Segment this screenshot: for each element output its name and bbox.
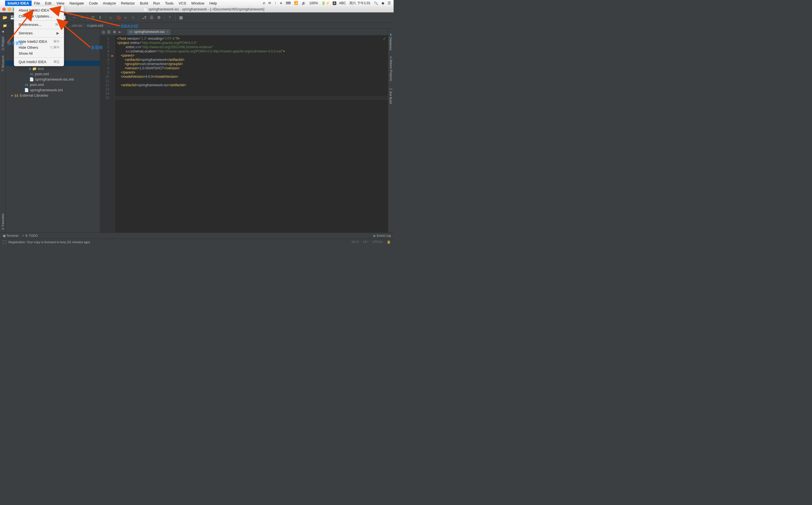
gear-icon[interactable]: ⚙	[113, 30, 116, 34]
tool-todo[interactable]: ✓ 6: TODO	[22, 234, 38, 237]
wifi-icon[interactable]: 📶	[294, 1, 299, 5]
system-tray: ⎚ ⟳ ↑ ∗ ⌨ 📶 🔊 100% 🔋⚡ A ABC 周六 下午1:01 🔍 …	[262, 1, 391, 6]
bc-module-label[interactable]: ...ork-ioc	[70, 24, 82, 28]
left-tool-strip: ◀ 1: Project 7: Structure 2: Favorites	[0, 29, 6, 232]
close-tab-icon[interactable]: ×	[166, 30, 168, 33]
line-separator[interactable]: LF÷	[363, 240, 368, 244]
tree-row[interactable]: 📄springframework-ioc.iml	[6, 77, 100, 82]
coverage-icon[interactable]: ▶	[123, 14, 129, 21]
editor-toolbar: ◎ ☰ ⚙ ⇤ m springframework-ioc ×	[100, 29, 388, 35]
forward-icon[interactable]: →	[79, 14, 85, 21]
tool-favorites[interactable]: 2: Favorites	[1, 212, 5, 231]
menu-separator	[14, 29, 64, 29]
notification-center-icon[interactable]: ☰	[387, 1, 391, 5]
tree-row[interactable]: mpom.xml	[6, 71, 100, 77]
menu-help[interactable]: Help	[207, 1, 220, 6]
intellij-dropdown[interactable]: About IntelliJ IDEA Check for Updates...…	[14, 6, 64, 66]
tool-terminal[interactable]: ▣ Terminal	[3, 234, 18, 237]
settings-icon[interactable]: ⚙	[156, 14, 162, 21]
tree-row[interactable]: 📄springframework.iml	[6, 88, 100, 93]
menu-refactor[interactable]: Refactor	[118, 1, 137, 6]
menu-preferences[interactable]: Preferences...⌘,	[14, 22, 64, 28]
gutter-marks: ▶	[111, 35, 115, 232]
open-icon[interactable]: 📂	[2, 14, 8, 21]
menu-services[interactable]: Services▶	[14, 30, 64, 36]
tool-project[interactable]: 1: Project	[1, 35, 5, 51]
structure-icon[interactable]: ☰	[148, 14, 155, 21]
menu-quit[interactable]: Quit IntelliJ IDEA⌘Q	[14, 59, 64, 65]
bluetooth-icon[interactable]: ∗	[279, 1, 283, 5]
tool-ant[interactable]: 🐜 Ant Build	[388, 85, 393, 106]
input-source[interactable]: ABC	[339, 1, 347, 5]
status-box-icon[interactable]	[3, 240, 6, 244]
menu-vcs[interactable]: VCS	[176, 1, 189, 6]
target-icon[interactable]: ◎	[102, 30, 105, 34]
tool-database[interactable]: ▮ Database	[388, 31, 393, 52]
keyboard-icon[interactable]: ⌨	[285, 1, 291, 5]
menu-tools[interactable]: Tools	[162, 1, 176, 6]
bottom-tool-bar: ▣ Terminal ✓ 6: TODO ◉ Event Log	[0, 232, 393, 239]
siri-icon[interactable]: ◉	[381, 1, 385, 5]
vcs-icon[interactable]: ⎇	[141, 14, 147, 21]
battery-icon[interactable]: 🔋⚡	[321, 1, 330, 5]
menu-show-all[interactable]: Show All	[14, 50, 64, 56]
editor-tab[interactable]: m springframework-ioc ×	[127, 29, 170, 35]
window-title: 📄 springframework-ioc - springframework …	[16, 7, 391, 11]
menu-code[interactable]: Code	[86, 1, 100, 6]
project-collapse-icon[interactable]: ◀	[2, 30, 4, 33]
menu-run[interactable]: Run	[151, 1, 162, 6]
run-config-icon[interactable]: ⬇	[97, 14, 103, 21]
bc-file[interactable]: pom.xml	[90, 24, 103, 28]
menu-window[interactable]: Window	[189, 1, 207, 6]
menu-check-updates[interactable]: Check for Updates...	[14, 13, 64, 19]
help-icon[interactable]: ?	[167, 14, 173, 21]
code-editor[interactable]: ✓ 123456789101112131415 ▶ <?xml version=…	[100, 35, 388, 232]
display-icon[interactable]: ⎚	[262, 1, 265, 5]
line-gutter[interactable]: 123456789101112131415	[100, 35, 111, 232]
sync-icon[interactable]: ⟳	[268, 1, 272, 5]
menu-build[interactable]: Build	[137, 1, 151, 6]
plugin-icon[interactable]: ▦	[178, 14, 184, 21]
editor-area: ◎ ☰ ⚙ ⇤ m springframework-ioc × ✓ 123456…	[100, 29, 388, 232]
back-icon[interactable]: ←	[72, 14, 78, 21]
menu-file[interactable]: File	[32, 1, 42, 6]
cursor-position[interactable]: 15:11	[351, 240, 359, 244]
menu-intellij[interactable]: IntelliJ IDEA	[5, 1, 32, 6]
tree-external-libs[interactable]: ▶▮▮External Libraries	[6, 93, 100, 98]
menu-separator	[14, 57, 64, 58]
registration-status: Registration: Your copy is licensed to t…	[8, 240, 90, 244]
stop-icon[interactable]: ■	[130, 14, 136, 21]
lock-icon[interactable]: 🔒	[387, 240, 391, 244]
event-log[interactable]: ◉ Event Log	[373, 234, 391, 237]
spotlight-icon[interactable]: 🔍	[373, 1, 379, 5]
file-encoding[interactable]: UTF-8÷	[372, 240, 383, 244]
tree-row[interactable]: ▶📁test	[6, 66, 100, 71]
menu-hide[interactable]: Hide IntelliJ IDEA⌘H	[14, 39, 64, 44]
menu-edit[interactable]: Edit	[42, 1, 54, 6]
tool-maven[interactable]: m Maven Projects	[389, 54, 393, 83]
speaker-icon[interactable]: 🔊	[301, 1, 307, 5]
clock: 周六 下午1:01	[349, 1, 371, 6]
menu-hide-others[interactable]: Hide Others⌥⌘H	[14, 44, 64, 50]
status-bar: Registration: Your copy is licensed to t…	[0, 239, 393, 245]
select-icon[interactable]: ☰	[107, 30, 111, 34]
battery-text: 100%	[309, 1, 319, 5]
run-icon[interactable]: ▶	[108, 14, 114, 21]
menu-analyze[interactable]: Analyze	[100, 1, 118, 6]
menu-about[interactable]: About IntelliJ IDEA	[14, 7, 64, 13]
menu-separator	[14, 20, 64, 21]
minimize-window-button[interactable]	[8, 8, 11, 11]
tool-structure[interactable]: 7: Structure	[1, 54, 5, 73]
menu-view[interactable]: View	[54, 1, 67, 6]
up-arrow-icon[interactable]: ↑	[274, 1, 277, 5]
tab-label: springframework-ioc	[134, 30, 165, 34]
input-badge[interactable]: A	[333, 1, 336, 5]
right-tool-strip: ▮ Database m Maven Projects 🐜 Ant Build	[388, 29, 393, 232]
close-window-button[interactable]	[2, 8, 6, 11]
menu-navigate[interactable]: Navigate	[67, 1, 86, 6]
mac-menubar[interactable]: IntelliJ IDEA File Edit View Navigate Co…	[0, 0, 393, 6]
debug-icon[interactable]: 🐞	[115, 14, 122, 21]
collapse-icon[interactable]: ⇤	[118, 30, 122, 34]
tree-row[interactable]: mpom.xml	[6, 82, 100, 88]
build-icon[interactable]: ⚒	[90, 14, 96, 21]
